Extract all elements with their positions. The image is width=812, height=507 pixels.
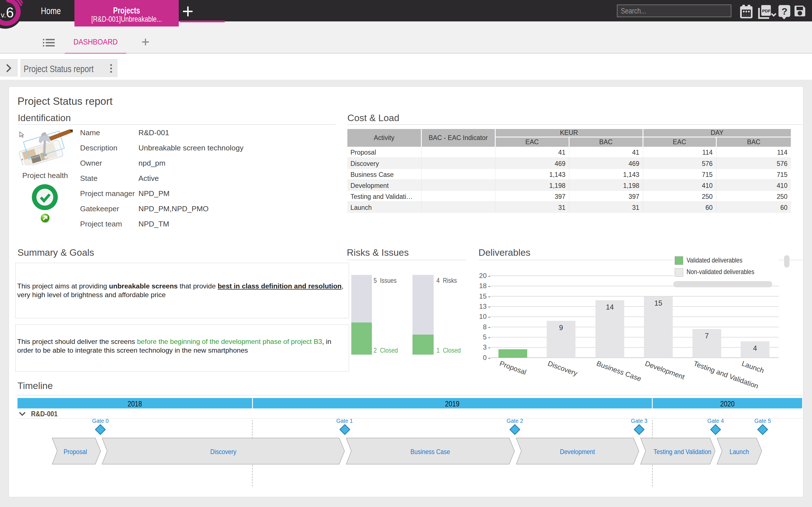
svg-text:15: 15 (479, 292, 487, 300)
svg-text:-: - (488, 282, 490, 290)
svg-text:-: - (488, 272, 490, 279)
svg-text:0: 0 (483, 354, 487, 361)
svg-text:Development: Development (644, 359, 686, 381)
svg-text:-: - (488, 302, 490, 310)
svg-text:20: 20 (479, 272, 487, 279)
svg-text:18: 18 (479, 282, 487, 290)
svg-text:5: 5 (483, 333, 487, 341)
svg-text:10: 10 (479, 313, 487, 320)
svg-text:7: 7 (705, 332, 709, 340)
svg-text:-: - (488, 333, 490, 341)
svg-text:3: 3 (483, 343, 487, 351)
svg-text:Proposal: Proposal (499, 359, 527, 376)
svg-text:-: - (488, 292, 490, 300)
svg-text:Business Case: Business Case (596, 359, 642, 383)
svg-text:PDF: PDF (762, 8, 770, 13)
svg-text:15: 15 (654, 299, 662, 307)
svg-text:4: 4 (753, 344, 757, 352)
svg-text:?: ? (781, 6, 788, 17)
svg-text:14: 14 (606, 303, 614, 311)
svg-text:-: - (488, 354, 490, 361)
svg-text:Launch: Launch (741, 359, 765, 374)
svg-text:Discovery: Discovery (547, 359, 578, 377)
svg-text:-: - (488, 323, 490, 331)
svg-text:-: - (488, 343, 490, 351)
svg-text:8: 8 (483, 323, 487, 331)
svg-text:9: 9 (559, 324, 563, 332)
svg-text:-: - (488, 313, 490, 320)
svg-text:13: 13 (479, 302, 487, 310)
